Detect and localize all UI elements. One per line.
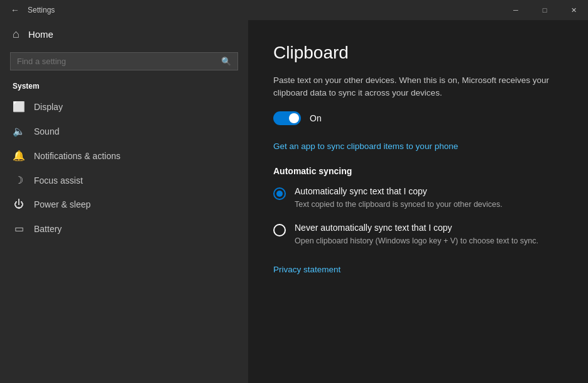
sidebar-item-display-label: Display — [34, 102, 63, 112]
page-title: Clipboard — [273, 43, 563, 63]
radio-auto-sync-label: Automatically sync text that I copy — [295, 186, 563, 196]
sidebar-item-power[interactable]: ⏻ Power & sleep — [0, 192, 248, 216]
radio-never-sync-description: Open clipboard history (Windows logo key… — [295, 235, 563, 247]
sidebar-item-sound-label: Sound — [34, 126, 59, 136]
sidebar-item-power-label: Power & sleep — [34, 199, 90, 209]
radio-never-sync: Never automatically sync text that I cop… — [273, 223, 563, 247]
sidebar-home[interactable]: ⌂ Home — [0, 20, 248, 48]
titlebar: ← Settings ─ □ ✕ — [0, 0, 588, 20]
sidebar-item-battery[interactable]: ▭ Battery — [0, 216, 248, 241]
radio-never-sync-button[interactable] — [273, 224, 286, 236]
search-input[interactable] — [17, 57, 216, 66]
minimize-button[interactable]: ─ — [501, 0, 530, 20]
restore-button[interactable]: □ — [530, 0, 559, 20]
sidebar-section: System — [0, 77, 248, 94]
toggle-knob — [289, 113, 299, 123]
search-icon: 🔍 — [221, 57, 231, 66]
search-box[interactable]: 🔍 — [10, 52, 238, 70]
sidebar-item-display[interactable]: ⬜ Display — [0, 94, 248, 119]
back-button[interactable]: ← — [8, 3, 23, 18]
radio-never-sync-text: Never automatically sync text that I cop… — [295, 223, 563, 247]
sound-icon: 🔈 — [13, 125, 25, 137]
focus-icon: ☽ — [13, 174, 25, 186]
battery-icon: ▭ — [13, 223, 25, 235]
sidebar-item-sound[interactable]: 🔈 Sound — [0, 119, 248, 143]
sidebar: ⌂ Home 🔍 System ⬜ Display 🔈 Sound 🔔 Noti… — [0, 20, 248, 383]
radio-auto-sync: Automatically sync text that I copy Text… — [273, 186, 563, 211]
toggle-label: On — [310, 113, 322, 123]
main-layout: ⌂ Home 🔍 System ⬜ Display 🔈 Sound 🔔 Noti… — [0, 20, 588, 383]
description-text: Paste text on your other devices. When t… — [273, 74, 563, 100]
automatic-syncing-heading: Automatic syncing — [273, 166, 563, 176]
radio-auto-sync-text: Automatically sync text that I copy Text… — [295, 186, 563, 211]
content-area: Clipboard Paste text on your other devic… — [248, 20, 588, 383]
radio-auto-sync-button[interactable] — [273, 187, 286, 200]
home-label: Home — [28, 29, 53, 40]
window-controls: ─ □ ✕ — [501, 0, 588, 20]
privacy-statement-link[interactable]: Privacy statement — [273, 265, 340, 274]
sidebar-item-notifications[interactable]: 🔔 Notifications & actions — [0, 143, 248, 168]
sidebar-item-notifications-label: Notifications & actions — [34, 151, 121, 161]
toggle-row: On — [273, 111, 563, 125]
radio-never-sync-label: Never automatically sync text that I cop… — [295, 223, 563, 233]
home-icon: ⌂ — [13, 28, 19, 41]
clipboard-toggle[interactable] — [273, 111, 301, 125]
sync-app-link[interactable]: Get an app to sync clipboard items to yo… — [273, 142, 458, 151]
power-icon: ⏻ — [13, 199, 25, 210]
display-icon: ⬜ — [13, 101, 25, 113]
sidebar-item-battery-label: Battery — [34, 224, 62, 234]
app-title: Settings — [28, 6, 55, 14]
close-button[interactable]: ✕ — [559, 0, 588, 20]
notifications-icon: 🔔 — [13, 150, 25, 162]
radio-auto-sync-description: Text copied to the clipboard is synced t… — [295, 199, 563, 211]
sidebar-item-focus-label: Focus assist — [34, 175, 83, 186]
sidebar-item-focus[interactable]: ☽ Focus assist — [0, 168, 248, 192]
